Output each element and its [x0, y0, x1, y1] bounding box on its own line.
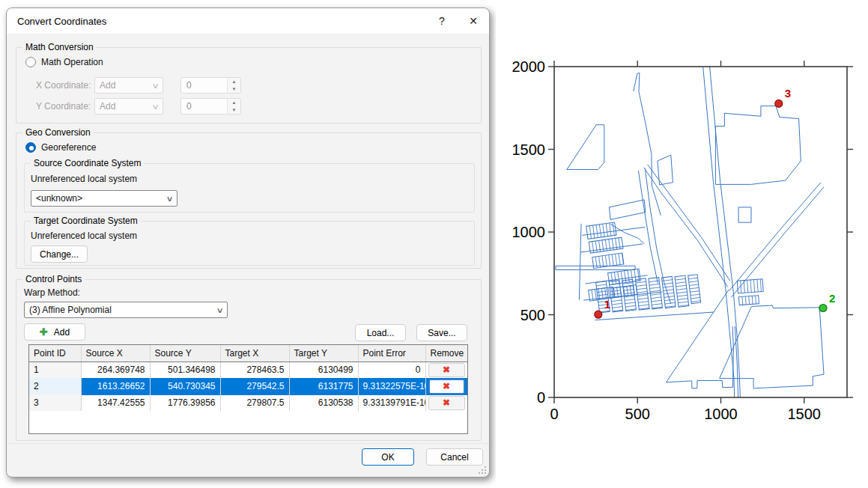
y-axis-tick-label: 1000	[512, 224, 546, 240]
table-cell[interactable]: 1347.42555	[81, 395, 150, 411]
spinner-arrows[interactable]: ▲▼	[227, 99, 240, 114]
map-street-line	[634, 73, 661, 216]
table-cell[interactable]: 3	[29, 395, 81, 411]
table-row[interactable]: 1264.369748501.346498278463.561304990✖	[29, 362, 467, 378]
source-system-value: <unknown>	[36, 193, 82, 204]
col-source-y[interactable]: Source Y	[150, 345, 220, 362]
resize-grip[interactable]	[479, 466, 486, 474]
change-button[interactable]: Change...	[31, 245, 88, 263]
x-operation-select[interactable]: Add ∨	[94, 77, 163, 94]
control-point-label: 3	[785, 87, 791, 100]
table-cell[interactable]: 6130538	[289, 395, 358, 411]
save-button[interactable]: Save...	[416, 324, 467, 341]
table-cell[interactable]: 6130499	[289, 362, 358, 378]
close-button[interactable]: ✕	[458, 8, 489, 34]
remove-point-button[interactable]: ✖	[428, 363, 465, 377]
table-cell[interactable]: 1613.26652	[81, 378, 150, 395]
control-point-marker[interactable]	[819, 305, 827, 312]
cancel-button[interactable]: Cancel	[426, 448, 483, 466]
dialog-title: Convert Coordinates	[7, 16, 106, 27]
table-cell[interactable]: 6131775	[289, 378, 358, 395]
load-button[interactable]: Load...	[355, 324, 406, 341]
plus-icon: ✚	[40, 326, 48, 338]
source-system-select[interactable]: <unknown> ∨	[31, 190, 177, 207]
control-point-label: 1	[604, 298, 610, 311]
table-cell[interactable]: 264.369748	[81, 362, 150, 378]
map-street-line	[595, 312, 714, 320]
table-cell[interactable]: 9.33139791E-10	[358, 395, 425, 411]
y-operation-select[interactable]: Add ∨	[94, 98, 163, 115]
convert-coordinates-dialog: Convert Coordinates ? ✕ Math Conversion …	[6, 7, 490, 478]
control-points-table: Point ID Source X Source Y Target X Targ…	[28, 344, 468, 434]
target-system-description: Unreferenced local system	[31, 231, 137, 241]
geo-conversion-group: Geo Conversion Georeference Source Coord…	[16, 132, 482, 269]
georeference-radio[interactable]	[25, 142, 36, 153]
ok-button[interactable]: OK	[362, 448, 414, 466]
math-operation-radio-row[interactable]: Math Operation	[25, 57, 103, 67]
map-street-line	[579, 224, 581, 300]
x-value: 0	[181, 80, 227, 91]
col-point-error[interactable]: Point Error	[358, 345, 425, 362]
table-row[interactable]: 31347.425551776.39856279807.561305389.33…	[29, 395, 467, 411]
x-operation-value: Add	[100, 80, 115, 91]
map-street-line	[710, 67, 741, 397]
col-remove[interactable]: Remove	[425, 345, 467, 362]
map-building-block	[609, 281, 623, 312]
control-point-marker[interactable]	[595, 311, 602, 318]
math-conversion-group-label: Math Conversion	[22, 42, 97, 52]
x-coordinate-label: X Coordinate:	[36, 80, 91, 91]
map-street-line	[644, 168, 728, 287]
table-cell[interactable]: 1776.39856	[150, 395, 220, 411]
table-cell[interactable]: 278463.5	[220, 362, 289, 378]
spinner-down-icon[interactable]: ▼	[228, 85, 240, 93]
map-axis-box	[554, 67, 847, 397]
col-point-id[interactable]: Point ID	[29, 345, 81, 362]
col-target-y[interactable]: Target Y	[289, 345, 358, 362]
control-points-group: Control Points Warp Method: (3) Affine P…	[16, 279, 482, 441]
remove-point-button[interactable]: ✖	[428, 396, 465, 410]
warp-method-select[interactable]: (3) Affine Polynomial ∨	[24, 302, 228, 318]
table-header-row: Point ID Source X Source Y Target X Targ…	[29, 345, 467, 362]
math-operation-radio[interactable]	[25, 57, 36, 67]
geo-conversion-group-label: Geo Conversion	[22, 127, 94, 138]
table-row[interactable]: 21613.26652540.730345279542.561317759.31…	[29, 378, 467, 395]
table-cell[interactable]: 1	[29, 362, 81, 378]
map-building-block	[688, 275, 701, 304]
spinner-up-icon[interactable]: ▲	[228, 78, 240, 85]
spinner-down-icon[interactable]: ▼	[228, 106, 240, 114]
col-source-x[interactable]: Source X	[81, 345, 150, 362]
math-operation-radio-label: Math Operation	[41, 57, 103, 67]
control-point-marker[interactable]	[775, 100, 783, 107]
col-target-x[interactable]: Target X	[220, 345, 289, 362]
georeference-radio-label: Georeference	[41, 142, 96, 153]
y-operation-value: Add	[100, 101, 115, 112]
help-button[interactable]: ?	[426, 8, 458, 34]
add-point-button[interactable]: ✚ Add	[24, 323, 85, 341]
footer-divider	[7, 443, 488, 444]
table-cell[interactable]: 0	[358, 362, 425, 378]
table-cell[interactable]: 9.31322575E-10	[358, 378, 425, 395]
map-street-line	[667, 326, 734, 388]
map-street-line	[738, 207, 751, 222]
map-street-line	[731, 187, 824, 297]
y-axis-tick-label: 0	[537, 389, 545, 406]
title-bar[interactable]: Convert Coordinates ? ✕	[7, 8, 489, 34]
map-view[interactable]: 0500100015000500100015002000123	[496, 0, 868, 488]
y-axis-tick-label: 2000	[512, 58, 546, 75]
table-cell[interactable]: 501.346498	[150, 362, 220, 378]
table-cell[interactable]: 279807.5	[220, 395, 289, 411]
x-value-spinner[interactable]: 0 ▲▼	[180, 77, 241, 94]
spinner-arrows[interactable]: ▲▼	[227, 78, 240, 93]
table-cell[interactable]: 2	[29, 378, 81, 395]
table-cell[interactable]: 540.730345	[150, 378, 220, 395]
table-cell[interactable]: 279542.5	[220, 378, 289, 395]
spinner-up-icon[interactable]: ▲	[228, 99, 240, 106]
georeference-radio-row[interactable]: Georeference	[25, 142, 96, 153]
remove-point-button[interactable]: ✖	[428, 379, 465, 394]
remove-cell: ✖	[425, 378, 467, 395]
x-axis-tick-label: 1500	[788, 406, 822, 422]
y-axis-tick-label: 1500	[512, 141, 546, 158]
target-coordinate-system-label: Target Coordinate System	[31, 216, 141, 226]
map-street-line	[703, 67, 735, 397]
y-value-spinner[interactable]: 0 ▲▼	[180, 98, 241, 115]
